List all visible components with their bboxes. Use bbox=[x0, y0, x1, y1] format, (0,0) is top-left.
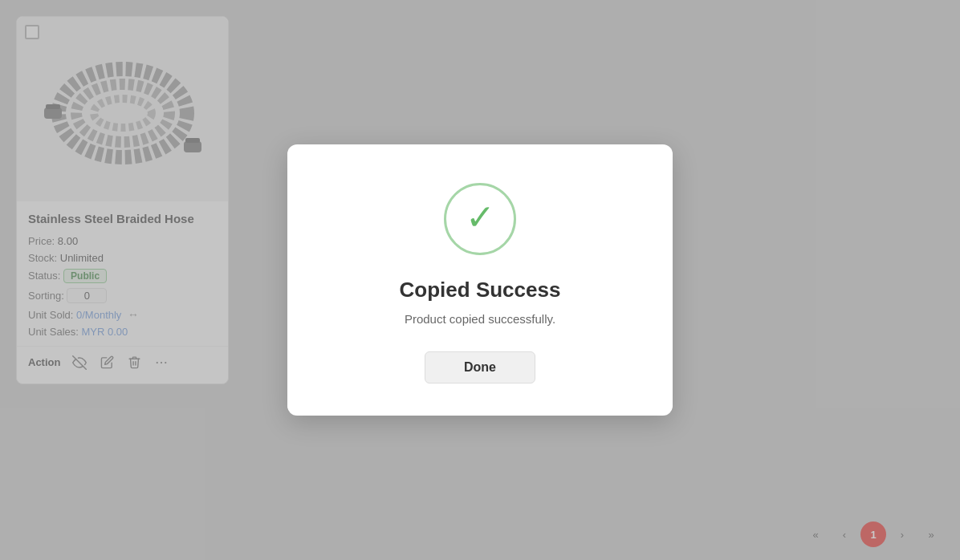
modal-subtitle: Product copied successfully. bbox=[405, 312, 555, 326]
checkmark-icon: ✓ bbox=[466, 200, 495, 235]
modal-title: Copied Success bbox=[400, 278, 561, 302]
success-modal: ✓ Copied Success Product copied successf… bbox=[287, 144, 673, 416]
success-icon-circle: ✓ bbox=[444, 183, 516, 255]
done-button[interactable]: Done bbox=[425, 351, 535, 383]
modal-overlay: ✓ Copied Success Product copied successf… bbox=[0, 0, 960, 560]
